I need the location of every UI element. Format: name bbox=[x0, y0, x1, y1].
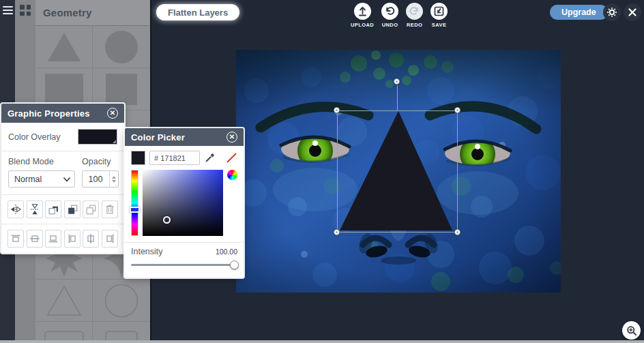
align-top-icon bbox=[10, 233, 22, 245]
send-backward-icon bbox=[85, 203, 97, 215]
shape-circle-filled[interactable] bbox=[93, 26, 150, 68]
intensity-slider-handle[interactable] bbox=[230, 260, 239, 269]
opacity-field bbox=[82, 170, 119, 188]
resize-handle-top-left[interactable] bbox=[334, 107, 340, 113]
align-bottom-button[interactable] bbox=[45, 230, 61, 248]
delete-button[interactable] bbox=[102, 200, 118, 218]
grid-menu-icon[interactable] bbox=[20, 5, 31, 16]
bring-forward-button[interactable] bbox=[45, 200, 61, 218]
shape-triangle-outline[interactable] bbox=[35, 280, 93, 321]
undo-button[interactable]: UNDO bbox=[381, 3, 398, 28]
saturation-value-box[interactable] bbox=[143, 170, 223, 236]
resize-handle-bottom-right[interactable] bbox=[454, 229, 460, 235]
align-right-button[interactable] bbox=[102, 230, 118, 248]
align-middle-button[interactable] bbox=[27, 230, 43, 248]
graphic-properties-header: Graphic Properties ✕ bbox=[1, 104, 124, 123]
flatten-layers-button[interactable]: Flatten Layers bbox=[156, 4, 239, 20]
square-filled-icon bbox=[105, 73, 138, 106]
editor-canvas[interactable] bbox=[236, 50, 561, 293]
hamburger-menu-icon[interactable] bbox=[3, 6, 13, 15]
save-icon bbox=[433, 5, 445, 17]
align-left-button[interactable] bbox=[64, 230, 80, 248]
flip-vertical-button[interactable] bbox=[27, 200, 43, 218]
blend-mode-label: Blend Mode bbox=[8, 157, 75, 166]
hue-slider[interactable] bbox=[131, 170, 138, 236]
opacity-stepper[interactable] bbox=[109, 171, 118, 187]
bottom-scrollbar[interactable] bbox=[0, 340, 644, 343]
undo-icon bbox=[384, 5, 396, 17]
eyedropper-icon[interactable] bbox=[204, 153, 215, 164]
align-middle-icon bbox=[29, 233, 41, 245]
intensity-row: Intensity 100.00 bbox=[125, 243, 244, 256]
gear-icon bbox=[606, 7, 617, 18]
upgrade-button[interactable]: Upgrade bbox=[550, 5, 608, 20]
current-color-swatch bbox=[131, 151, 145, 165]
triangle-filled-icon bbox=[46, 31, 82, 63]
upload-icon bbox=[357, 5, 368, 17]
align-center-icon bbox=[85, 233, 97, 245]
send-backward-button[interactable] bbox=[83, 200, 99, 218]
object-tools-row bbox=[1, 195, 124, 224]
panel-title-geometry: Geometry bbox=[35, 0, 150, 26]
color-overlay-row: Color Overlay bbox=[1, 123, 124, 151]
saturation-value-cursor[interactable] bbox=[163, 216, 171, 224]
color-picker-header: Color Picker ✕ bbox=[125, 128, 244, 146]
upload-button[interactable]: UPLOAD bbox=[351, 3, 374, 28]
color-picker-panel: Color Picker ✕ Intensity 100.00 bbox=[125, 128, 244, 278]
hex-color-input[interactable] bbox=[149, 151, 200, 165]
rotate-handle[interactable] bbox=[394, 78, 400, 85]
resize-handle-bottom-left[interactable] bbox=[334, 229, 340, 235]
shape-triangle-filled[interactable] bbox=[35, 26, 93, 68]
blend-opacity-grid: Blend Mode Opacity Normal bbox=[1, 151, 124, 195]
graphic-properties-close-icon[interactable]: ✕ bbox=[107, 108, 118, 119]
bring-to-front-button[interactable] bbox=[64, 200, 80, 218]
intensity-slider[interactable] bbox=[131, 260, 237, 269]
topbar-actions: UPLOAD UNDO REDO SAVE bbox=[351, 3, 448, 28]
align-left-icon bbox=[66, 233, 78, 245]
align-center-button[interactable] bbox=[83, 230, 99, 248]
redo-button[interactable]: REDO bbox=[406, 3, 423, 28]
color-picker-input-row bbox=[125, 146, 244, 168]
redo-icon bbox=[409, 5, 420, 17]
opacity-input[interactable] bbox=[83, 171, 108, 187]
color-picker-close-icon[interactable]: ✕ bbox=[226, 132, 237, 143]
no-color-icon[interactable] bbox=[226, 152, 237, 164]
rotate-handle-line bbox=[397, 85, 398, 110]
intensity-value: 100.00 bbox=[216, 248, 237, 256]
save-button[interactable]: SAVE bbox=[430, 3, 448, 28]
chevron-down-icon bbox=[63, 177, 70, 182]
color-overlay-label: Color Overlay bbox=[8, 132, 60, 142]
shape-row bbox=[35, 280, 150, 322]
blend-mode-select[interactable]: Normal bbox=[8, 170, 75, 188]
align-top-button[interactable] bbox=[8, 230, 24, 248]
selection-bounding-box bbox=[337, 110, 458, 233]
color-wheel-icon[interactable] bbox=[227, 170, 237, 180]
shape-row bbox=[35, 26, 150, 68]
color-overlay-swatch[interactable] bbox=[78, 129, 117, 145]
intensity-label: Intensity bbox=[131, 247, 163, 256]
settings-button[interactable] bbox=[603, 3, 621, 21]
circle-outline-icon bbox=[104, 284, 138, 318]
align-tools-row bbox=[1, 224, 124, 253]
align-right-icon bbox=[104, 233, 116, 245]
bring-to-front-icon bbox=[66, 203, 78, 215]
zoom-button[interactable] bbox=[622, 321, 641, 340]
flip-horizontal-icon bbox=[10, 203, 22, 215]
triangle-outline-icon bbox=[46, 285, 82, 316]
intensity-slider-track bbox=[131, 264, 237, 266]
blend-mode-value: Normal bbox=[14, 175, 42, 184]
graphic-properties-panel: Graphic Properties ✕ Color Overlay Blend… bbox=[1, 104, 124, 253]
color-picker-title: Color Picker bbox=[131, 132, 226, 143]
bring-forward-icon bbox=[47, 203, 59, 215]
color-picker-area bbox=[125, 168, 244, 236]
magnifier-plus-icon bbox=[626, 325, 637, 336]
resize-handle-top-right[interactable] bbox=[454, 107, 460, 113]
close-icon bbox=[628, 8, 636, 16]
rectangle-filled-icon bbox=[44, 73, 84, 106]
align-bottom-icon bbox=[47, 233, 59, 245]
opacity-label: Opacity bbox=[82, 157, 119, 166]
shape-circle-outline[interactable] bbox=[93, 280, 150, 321]
flip-horizontal-button[interactable] bbox=[8, 200, 24, 218]
hue-slider-handle[interactable] bbox=[130, 207, 140, 213]
close-button[interactable] bbox=[624, 3, 641, 21]
